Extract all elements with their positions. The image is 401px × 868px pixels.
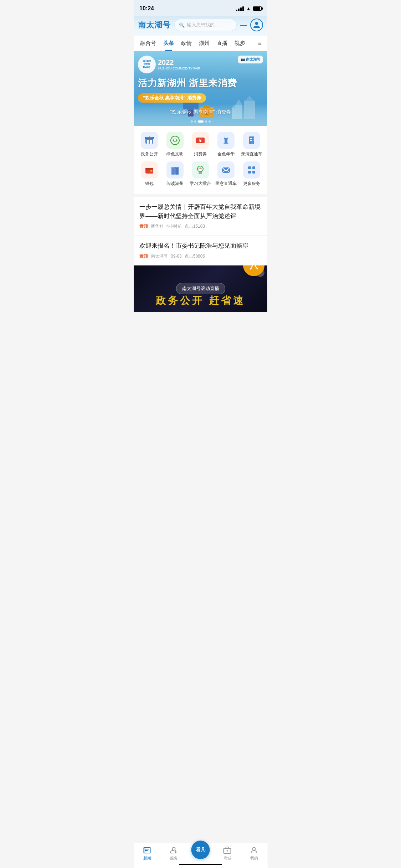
banner-dot-1[interactable]: [191, 120, 193, 123]
news-item-2[interactable]: 欢迎来报名！市委书记陈浩与您见面畅聊 置顶 南太湖号 09-03 点击58606: [134, 236, 267, 265]
svg-rect-48: [199, 172, 202, 174]
video-banner[interactable]: 南太湖号滚动直播 政务公开 赶省速 × 八: [134, 265, 267, 312]
news-meta-2: 置顶 南太湖号 09-03 点击58606: [139, 253, 262, 259]
banner-caption: "欢乐金秋 惠享南浔" 消费券: [134, 109, 267, 115]
more-label: 更多服务: [243, 181, 260, 187]
read-icon: [166, 161, 184, 179]
opinion-label: 民意直通车: [215, 181, 237, 187]
quick-icons: 政务公开 绿色文明 ¥ 消费券: [134, 126, 267, 194]
news-time-2: 09-03: [171, 254, 182, 259]
news-views-1: 点击15103: [185, 223, 205, 229]
tab-toutiao[interactable]: 头条: [160, 36, 178, 51]
svg-rect-18: [147, 140, 149, 144]
svg-rect-34: [251, 140, 252, 141]
opinion-icon: [217, 161, 235, 179]
svg-rect-35: [253, 140, 253, 141]
news-source-1: 新华社: [151, 223, 164, 229]
status-icons: ▲: [236, 6, 262, 11]
senior-label: 金色年华: [217, 151, 235, 157]
icon-wallet[interactable]: 钱包: [138, 161, 161, 187]
svg-rect-31: [251, 138, 252, 139]
banner-container: 湖州商品 交易会 HZCF 2022 HUZHOU COMMODITY FAIR…: [134, 51, 267, 126]
svg-rect-38: [145, 168, 153, 170]
news-tag-2: 置顶: [139, 253, 148, 259]
icon-opinion[interactable]: 民意直通车: [215, 161, 237, 187]
svg-rect-54: [248, 171, 251, 174]
gov-label: 政务公开: [141, 151, 158, 157]
svg-point-23: [174, 139, 176, 142]
svg-rect-41: [171, 167, 175, 175]
green-icon: [166, 132, 184, 149]
icon-green[interactable]: 绿色文明: [164, 132, 186, 157]
tab-ronghehao[interactable]: 融合号: [137, 36, 160, 51]
coupon-icon: ¥: [192, 132, 209, 149]
banner[interactable]: 湖州商品 交易会 HZCF 2022 HUZHOU COMMODITY FAIR…: [134, 51, 267, 126]
biz-label: 亲清直通车: [241, 151, 262, 157]
icon-biz[interactable]: 亲清直通车: [240, 132, 263, 157]
svg-rect-33: [250, 140, 251, 141]
news-meta-1: 置顶 新华社 4小时前 点击15103: [139, 223, 262, 229]
svg-rect-27: [225, 140, 227, 144]
video-overlay-tag: 南太湖号滚动直播: [176, 283, 225, 294]
search-bar[interactable]: 🔍 输入您想找的…: [174, 19, 237, 31]
gov-icon: [141, 132, 158, 149]
icon-senior[interactable]: 金色年华: [215, 132, 237, 157]
floating-badge-label: 八: [250, 265, 258, 271]
svg-rect-42: [175, 167, 179, 175]
banner-badge: 湖州商品 交易会 HZCF: [138, 56, 156, 73]
svg-rect-32: [253, 138, 253, 139]
icon-read[interactable]: 阅读湖州: [164, 161, 186, 187]
svg-rect-53: [252, 166, 255, 169]
banner-dots: [134, 120, 267, 123]
svg-rect-36: [251, 141, 253, 144]
svg-text:¥: ¥: [199, 138, 202, 143]
icon-gov[interactable]: 政务公开: [138, 132, 161, 157]
banner-dot-2[interactable]: [194, 120, 196, 123]
news-source-2: 南太湖号: [151, 253, 168, 259]
banner-logo-area: 湖州商品 交易会 HZCF 2022 HUZHOU COMMODITY FAIR: [138, 56, 200, 73]
icon-coupon[interactable]: ¥ 消费券: [189, 132, 212, 157]
icon-learn[interactable]: 学习大擂台: [189, 161, 212, 187]
tab-zhibo[interactable]: 直播: [213, 36, 231, 51]
video-banner-text: 政务公开 赶省速: [134, 294, 267, 308]
news-section: 一步一履总关情｜开辟百年大党自我革命新境界——新时代坚持全面从严治党述评 置顶 …: [134, 197, 267, 265]
biz-icon: [243, 132, 260, 149]
wallet-icon: [141, 161, 158, 179]
avatar[interactable]: [250, 19, 263, 31]
banner-dot-3[interactable]: [198, 120, 204, 123]
svg-rect-19: [150, 140, 152, 144]
header: 南太湖号 🔍 输入您想找的… —: [134, 16, 267, 36]
green-label: 绿色文明: [166, 151, 184, 157]
learn-label: 学习大擂台: [190, 181, 211, 187]
tab-huzhou[interactable]: 湖州: [195, 36, 213, 51]
svg-rect-16: [145, 138, 153, 144]
more-icon: [243, 161, 260, 179]
svg-point-47: [200, 167, 201, 169]
news-item-1[interactable]: 一步一履总关情｜开辟百年大党自我革命新境界——新时代坚持全面从严治党述评 置顶 …: [134, 197, 267, 236]
news-title-2: 欢迎来报名！市委书记陈浩与您见面畅聊: [139, 241, 262, 250]
battery-icon: [253, 6, 262, 11]
svg-marker-3: [244, 96, 255, 101]
nav-menu-icon[interactable]: ≡: [255, 37, 264, 50]
icon-more[interactable]: 更多服务: [240, 161, 263, 187]
svg-rect-55: [252, 171, 255, 174]
quick-icons-row2: 钱包 阅读湖州: [134, 161, 267, 191]
status-time: 10:24: [139, 5, 154, 12]
signal-icon: [236, 6, 244, 11]
svg-marker-1: [235, 99, 242, 105]
svg-point-21: [149, 136, 150, 137]
wifi-icon: ▲: [246, 6, 251, 11]
tab-shipin[interactable]: 视步: [231, 36, 249, 51]
tab-zhengqing[interactable]: 政情: [178, 36, 195, 51]
senior-icon: [217, 132, 235, 149]
banner-dot-5[interactable]: [209, 120, 211, 123]
svg-rect-44: [176, 167, 178, 167]
banner-dot-4[interactable]: [205, 120, 207, 123]
coupon-label: 消费券: [194, 151, 207, 157]
search-placeholder: 输入您想找的…: [187, 22, 219, 28]
news-tag-1: 置顶: [139, 223, 148, 229]
news-views-2: 点击58606: [185, 253, 205, 259]
banner-year: 2022: [158, 58, 200, 67]
svg-point-28: [225, 137, 227, 138]
quick-icons-row1: 政务公开 绿色文明 ¥ 消费券: [134, 132, 267, 161]
